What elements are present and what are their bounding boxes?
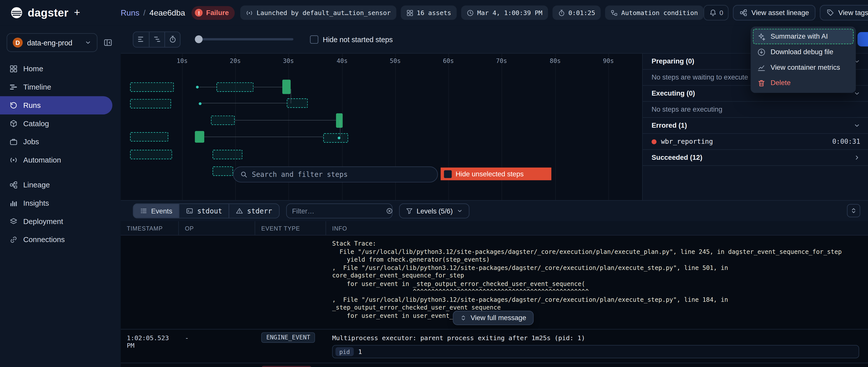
- gantt-step-bar-pending[interactable]: [130, 82, 174, 92]
- succeeded-section-header[interactable]: Succeeded (12): [643, 150, 868, 166]
- gantt-step-bar-succeeded[interactable]: [282, 79, 290, 94]
- log-row-run-failure[interactable]: 1:02:05.596 PM - RUN_FAILURE Execution o…: [121, 363, 868, 367]
- menu-item-container-metrics[interactable]: View container metrics: [753, 60, 854, 75]
- chevron-down-icon: [85, 39, 91, 46]
- gantt-step-bar-pending[interactable]: [217, 82, 254, 92]
- zoom-slider-track[interactable]: [195, 38, 293, 40]
- zoom-slider-knob[interactable]: [195, 35, 203, 43]
- jobs-icon: [9, 138, 18, 146]
- menu-item-download-debug[interactable]: Download debug file: [753, 44, 854, 60]
- view-full-message-label: View full message: [470, 314, 526, 322]
- sidebar-item-connections[interactable]: Connections: [0, 231, 112, 249]
- hide-unselected-highlight[interactable]: Hide unselected steps: [440, 168, 551, 180]
- metadata-value: 1: [358, 348, 362, 356]
- sidebar-item-catalog[interactable]: Catalog: [0, 114, 112, 133]
- gantt-connector-line: [199, 87, 216, 87]
- sidebar-item-runs[interactable]: Runs: [0, 96, 112, 114]
- expand-logs-button[interactable]: [847, 204, 860, 217]
- collapse-panel-icon: [103, 38, 112, 47]
- view-tags-config-label: View tags and config: [838, 9, 868, 16]
- launched-by-chip[interactable]: Launched by default_aut…tion_sensor: [240, 5, 396, 20]
- sidebar-item-label: Catalog: [23, 120, 49, 128]
- gantt-step-bar-pending[interactable]: [130, 132, 168, 141]
- run-status-badge: ! Failure: [192, 6, 235, 20]
- alerts-count: 0: [719, 9, 723, 16]
- gantt-step-bar-pending[interactable]: [213, 150, 242, 159]
- gantt-connector-line: [202, 103, 286, 103]
- log-row-engine-event[interactable]: 1:02:05.523 PM - ENGINE_EVENT Multiproce…: [121, 330, 868, 363]
- connections-link-icon: [9, 236, 18, 244]
- menu-item-label: View container metrics: [771, 63, 840, 71]
- console-icon: [186, 207, 193, 215]
- hide-not-started-label: Hide not started steps: [323, 35, 393, 43]
- errored-step-row[interactable]: wbr_reporting 0:00:31: [643, 134, 868, 150]
- event-type-tag-failure[interactable]: RUN_FAILURE: [261, 366, 311, 367]
- menu-item-summarize-ai[interactable]: Summarize with AI: [753, 29, 854, 44]
- log-levels-dropdown[interactable]: Levels (5/6): [399, 203, 469, 219]
- gantt-step-bar-pending[interactable]: [130, 150, 172, 159]
- header-actions: 0 View asset lineage View tags and confi…: [704, 5, 868, 21]
- timing-view-button[interactable]: [164, 32, 180, 47]
- metrics-chart-icon: [757, 63, 766, 71]
- search-icon: [240, 171, 248, 178]
- gantt-gridline: [182, 54, 183, 201]
- deployment-layers-icon: [9, 217, 18, 226]
- view-asset-lineage-label: View asset lineage: [751, 9, 809, 16]
- event-type-tag[interactable]: ENGINE_EVENT: [261, 332, 315, 343]
- errored-step-duration: 0:00:31: [832, 138, 860, 145]
- column-timestamp: TIMESTAMP: [121, 221, 179, 235]
- errored-section-header[interactable]: Errored (1): [643, 118, 868, 134]
- gantt-step-bar-pending[interactable]: [213, 166, 233, 176]
- gantt-step-bar-pending[interactable]: [211, 115, 235, 125]
- sidebar-item-timeline[interactable]: Timeline: [0, 78, 112, 96]
- sidebar-item-deployment[interactable]: Deployment: [0, 212, 112, 231]
- automation-condition-icon: [611, 9, 618, 16]
- alerts-bell-button[interactable]: 0: [704, 5, 729, 21]
- automation-condition-chip[interactable]: Automation condition: [605, 5, 704, 20]
- view-asset-lineage-button[interactable]: View asset lineage: [733, 5, 815, 21]
- gantt-step-dot[interactable]: [199, 102, 202, 105]
- gantt-connector-line: [235, 120, 336, 121]
- waterfall-view-button[interactable]: [149, 32, 164, 47]
- partially-visible-action-button[interactable]: [858, 32, 868, 46]
- gantt-connector-line: [290, 89, 291, 103]
- view-full-message-button[interactable]: View full message: [453, 311, 533, 325]
- log-cell-event-type: [255, 236, 326, 329]
- clear-filter-icon[interactable]: [385, 207, 393, 215]
- gantt-search-bar[interactable]: [233, 166, 438, 182]
- gantt-step-bar-succeeded[interactable]: [195, 131, 204, 142]
- gantt-zoom-slider[interactable]: [195, 35, 293, 43]
- flatten-view-button[interactable]: [133, 32, 149, 47]
- assets-grid-icon: [406, 9, 413, 16]
- log-filter-input[interactable]: [292, 207, 381, 215]
- tab-events[interactable]: Events: [133, 204, 179, 218]
- gantt-step-dot[interactable]: [196, 86, 199, 89]
- gantt-step-bar-pending[interactable]: [287, 98, 308, 108]
- gantt-step-bar-pending[interactable]: [130, 99, 171, 108]
- runs-icon: [9, 101, 18, 109]
- assets-count-chip[interactable]: 16 assets: [401, 5, 457, 20]
- sidebar-item-home[interactable]: Home: [0, 60, 112, 78]
- sidebar-item-jobs[interactable]: Jobs: [0, 133, 112, 151]
- menu-item-delete[interactable]: Delete: [753, 75, 854, 91]
- automation-condition-label: Automation condition: [621, 9, 698, 16]
- hide-not-started-checkbox-row[interactable]: Hide not started steps: [310, 35, 393, 43]
- tab-stdout[interactable]: stdout: [179, 204, 229, 218]
- catalog-icon: [9, 120, 18, 128]
- breadcrumb-runs-link[interactable]: Runs: [121, 8, 140, 17]
- log-filter-field[interactable]: [286, 203, 392, 219]
- tab-stderr[interactable]: stderr: [229, 204, 279, 218]
- sidebar-item-automation[interactable]: Automation: [0, 151, 112, 169]
- sidebar-item-lineage[interactable]: Lineage: [0, 176, 112, 194]
- gantt-search-input[interactable]: [252, 170, 431, 178]
- gantt-step-bar-succeeded[interactable]: [336, 113, 343, 128]
- view-tags-config-button[interactable]: View tags and config: [820, 5, 868, 21]
- hide-unselected-checkbox[interactable]: [444, 170, 452, 178]
- deployment-switcher[interactable]: D data-eng-prod: [6, 33, 97, 52]
- hide-not-started-checkbox[interactable]: [310, 35, 318, 43]
- collapse-sidebar-button[interactable]: [101, 35, 115, 50]
- stopwatch-icon: [558, 9, 565, 16]
- sidebar-item-insights[interactable]: Insights: [0, 194, 112, 212]
- flatten-icon: [137, 35, 145, 43]
- gantt-step-bar-pending[interactable]: [323, 133, 348, 142]
